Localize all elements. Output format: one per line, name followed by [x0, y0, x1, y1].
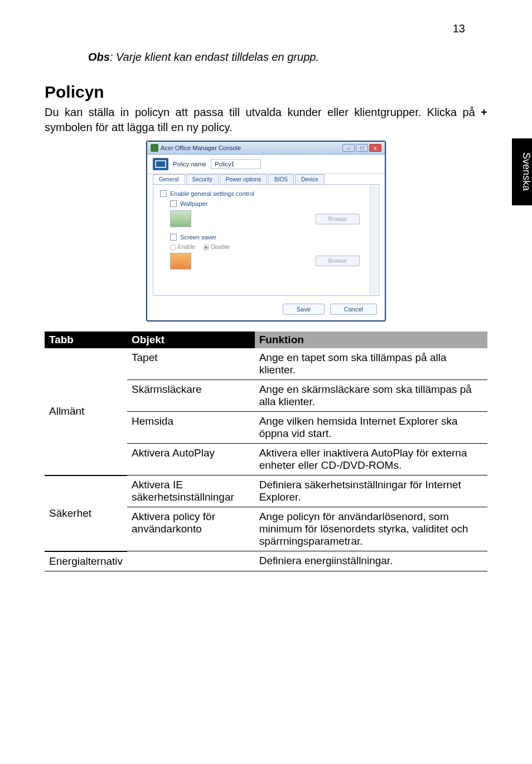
enable-general-checkbox[interactable]: [160, 190, 167, 197]
obj-tapet: Tapet: [127, 348, 255, 380]
page-number: 13: [45, 22, 487, 35]
th-object: Objekt: [127, 331, 255, 348]
obs-text: : Varje klient kan endast tilldelas en g…: [110, 51, 319, 63]
fn-userpolicy: Ange policyn för användarlösenord, som m…: [255, 507, 487, 551]
fn-energi: Definiera energiinställningar.: [255, 551, 487, 571]
section-heading: Policyn: [45, 83, 487, 102]
policy-icon: [153, 158, 168, 170]
enable-radio-label: Enable: [178, 244, 195, 250]
fn-skarm: Ange en skärmsläckare som ska tillämpas …: [255, 380, 487, 412]
disable-radio-label: Disable: [211, 244, 229, 250]
tab-device[interactable]: Device: [295, 174, 325, 184]
policy-table: Tabb Objekt Funktion Allmänt Tapet Ange …: [45, 331, 487, 571]
obj-skarm: Skärmsläckare: [127, 380, 255, 412]
wallpaper-browse-button[interactable]: Browse: [316, 214, 360, 224]
screensaver-browse-button[interactable]: Browse: [316, 256, 360, 266]
tab-security[interactable]: Security: [186, 174, 219, 184]
save-button[interactable]: Save: [283, 304, 325, 315]
policy-name-label: Policy name: [173, 161, 206, 167]
window-titlebar: Acer Office Manager Console – □ x: [147, 142, 385, 155]
body-part1: Du kan ställa in policyn att passa till …: [45, 106, 481, 118]
cancel-button[interactable]: Cancel: [330, 304, 377, 315]
tab-general[interactable]: General: [153, 174, 185, 184]
settings-panel: Enable general settings control Wallpape…: [153, 184, 379, 296]
screensaver-thumb: [170, 253, 191, 270]
scrollbar[interactable]: [370, 186, 378, 294]
fn-tapet: Ange en tapet som ska tillämpas på alla …: [255, 348, 487, 380]
screensaver-label: Screen saver: [180, 234, 216, 241]
fn-ie: Definiera säkerhetsinställningar för Int…: [255, 475, 487, 507]
embedded-screenshot: Acer Office Manager Console – □ x Policy…: [45, 141, 487, 321]
wallpaper-label: Wallpaper: [180, 200, 207, 207]
th-function: Funktion: [255, 331, 487, 348]
wallpaper-checkbox[interactable]: [170, 200, 177, 207]
obj-userpolicy: Aktivera policy för användarkonto: [127, 507, 255, 551]
policy-name-row: Policy name Policy1: [147, 155, 385, 174]
fn-hemsida: Ange vilken hemsida Internet Explorer sk…: [255, 412, 487, 444]
minimize-icon[interactable]: –: [342, 144, 355, 152]
language-tab: Svenska: [512, 138, 532, 205]
obs-note: Obs: Varje klient kan endast tilldelas e…: [88, 51, 487, 64]
enable-general-label: Enable general settings control: [170, 190, 254, 197]
screensaver-checkbox[interactable]: [170, 234, 177, 241]
cat-allmant: Allmänt: [45, 348, 127, 475]
close-icon[interactable]: x: [369, 144, 381, 152]
fn-autoplay: Aktivera eller inaktivera AutoPlay för e…: [255, 444, 487, 475]
tab-bios[interactable]: BIOS: [268, 174, 294, 184]
maximize-icon[interactable]: □: [356, 144, 368, 152]
obj-ie: Aktivera IE säkerhetsinställningar: [127, 475, 255, 507]
app-icon: [151, 144, 158, 152]
obj-autoplay: Aktivera AutoPlay: [127, 444, 255, 475]
obs-label: Obs: [88, 51, 110, 63]
policy-name-input[interactable]: Policy1: [211, 159, 261, 169]
cat-sakerhet: Säkerhet: [45, 475, 127, 551]
th-tab: Tabb: [45, 331, 127, 348]
disable-radio[interactable]: [203, 244, 209, 251]
section-body: Du kan ställa in policyn att passa till …: [45, 105, 487, 135]
tab-strip: General Security Power options BIOS Devi…: [147, 174, 385, 184]
window: Acer Office Manager Console – □ x Policy…: [146, 141, 386, 321]
tab-power[interactable]: Power options: [220, 174, 267, 184]
window-title: Acer Office Manager Console: [161, 145, 241, 151]
enable-radio[interactable]: [170, 244, 176, 251]
obj-hemsida: Hemsida: [127, 412, 255, 444]
plus-symbol: +: [481, 106, 487, 118]
obj-energi: [127, 551, 255, 571]
wallpaper-thumb: [170, 210, 191, 227]
body-part2: symbolen för att lägga till en ny policy…: [45, 121, 232, 133]
cat-energi: Energialternativ: [45, 551, 127, 571]
